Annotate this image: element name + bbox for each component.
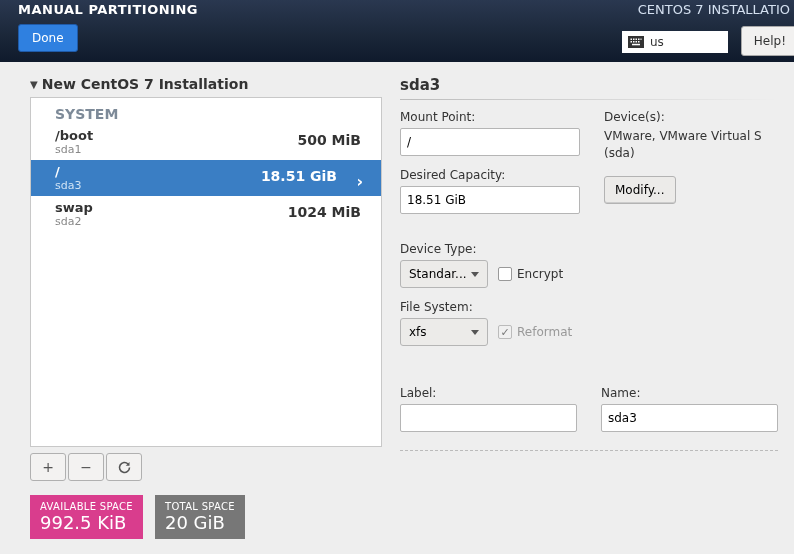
refresh-icon bbox=[117, 460, 132, 475]
label-field-label: Label: bbox=[400, 386, 577, 400]
total-space-label: TOTAL SPACE bbox=[165, 501, 235, 512]
svg-rect-6 bbox=[631, 41, 633, 43]
svg-rect-1 bbox=[631, 39, 633, 41]
svg-rect-2 bbox=[633, 39, 635, 41]
svg-rect-7 bbox=[633, 41, 635, 43]
available-space-value: 992.5 KiB bbox=[40, 512, 133, 533]
encrypt-label: Encrypt bbox=[517, 267, 563, 281]
done-button[interactable]: Done bbox=[18, 24, 78, 52]
device-type-value: Standar... bbox=[409, 267, 467, 281]
svg-rect-3 bbox=[636, 39, 638, 41]
partition-toolbar: + − bbox=[30, 453, 382, 481]
keyboard-icon bbox=[628, 36, 644, 48]
keyboard-layout-label: us bbox=[650, 35, 664, 49]
collapse-triangle-icon: ▼ bbox=[30, 79, 38, 90]
partition-size: 1024 MiB bbox=[288, 204, 361, 220]
name-field-label: Name: bbox=[601, 386, 778, 400]
total-space-box: TOTAL SPACE 20 GiB bbox=[155, 495, 245, 539]
mount-point-input[interactable] bbox=[400, 128, 580, 156]
modify-button[interactable]: Modify... bbox=[604, 176, 676, 204]
devices-label: Device(s): bbox=[604, 110, 778, 124]
svg-rect-10 bbox=[632, 44, 640, 46]
partition-item[interactable]: swap sda2 1024 MiB bbox=[31, 196, 381, 232]
reformat-label: Reformat bbox=[517, 325, 572, 339]
device-type-label: Device Type: bbox=[400, 242, 778, 256]
mount-point-label: Mount Point: bbox=[400, 110, 580, 124]
help-button[interactable]: Help! bbox=[741, 26, 794, 56]
separator bbox=[400, 450, 778, 451]
name-input[interactable] bbox=[601, 404, 778, 432]
reload-button[interactable] bbox=[106, 453, 142, 481]
partition-item[interactable]: /boot sda1 500 MiB bbox=[31, 124, 381, 160]
partition-item[interactable]: / sda3 18.51 GiB › bbox=[31, 160, 381, 196]
partition-size: 18.51 GiB bbox=[261, 168, 337, 184]
device-info: VMware, VMware Virtual S (sda) bbox=[604, 128, 778, 162]
file-system-select[interactable]: xfs bbox=[400, 318, 488, 346]
svg-rect-4 bbox=[638, 39, 640, 41]
available-space-label: AVAILABLE SPACE bbox=[40, 501, 133, 512]
header-bar: MANUAL PARTITIONING CENTOS 7 INSTALLATIO… bbox=[0, 0, 794, 62]
file-system-label: File System: bbox=[400, 300, 778, 314]
device-type-select[interactable]: Standar... bbox=[400, 260, 488, 288]
desired-capacity-input[interactable] bbox=[400, 186, 580, 214]
installation-expand-label: New CentOS 7 Installation bbox=[42, 76, 249, 92]
label-input[interactable] bbox=[400, 404, 577, 432]
installer-brand: CENTOS 7 INSTALLATIO bbox=[638, 2, 790, 17]
installation-expander[interactable]: ▼ New CentOS 7 Installation bbox=[30, 76, 382, 95]
page-title: MANUAL PARTITIONING bbox=[18, 2, 198, 17]
file-system-value: xfs bbox=[409, 325, 427, 339]
partition-group-label: SYSTEM bbox=[31, 98, 381, 124]
svg-rect-8 bbox=[636, 41, 638, 43]
encrypt-checkbox[interactable] bbox=[498, 267, 512, 281]
partition-list: SYSTEM /boot sda1 500 MiB / sda3 18.51 G… bbox=[30, 97, 382, 447]
details-heading: sda3 bbox=[400, 76, 778, 98]
total-space-value: 20 GiB bbox=[165, 512, 235, 533]
reformat-checkbox: ✓ bbox=[498, 325, 512, 339]
keyboard-layout-indicator[interactable]: us bbox=[622, 31, 728, 53]
partition-size: 500 MiB bbox=[298, 132, 362, 148]
chevron-right-icon: › bbox=[356, 172, 363, 191]
svg-rect-5 bbox=[641, 39, 642, 41]
svg-rect-9 bbox=[638, 41, 640, 43]
available-space-box: AVAILABLE SPACE 992.5 KiB bbox=[30, 495, 143, 539]
remove-partition-button[interactable]: − bbox=[68, 453, 104, 481]
desired-capacity-label: Desired Capacity: bbox=[400, 168, 580, 182]
add-partition-button[interactable]: + bbox=[30, 453, 66, 481]
